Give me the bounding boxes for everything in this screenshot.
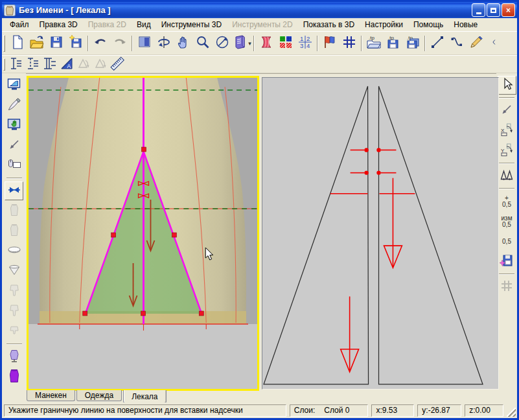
notch-bowtie-icon [6,182,22,200]
separator [361,36,362,51]
flatten-view-button[interactable] [5,76,23,95]
tab-mannequin[interactable]: Манекен [27,390,75,401]
shorts-button [5,322,23,341]
dart-rotate-icon [93,56,108,74]
maximize-button[interactable] [487,3,500,17]
view-3d-panel[interactable] [27,76,259,391]
status-bar: Укажите граничную линию на поверхности д… [2,402,517,418]
line-tool-button[interactable] [428,34,447,53]
pan-button[interactable] [174,34,193,53]
dart-rotate-cw-button [75,57,92,73]
curve-tool-button[interactable] [447,34,467,53]
mirror-y-button[interactable]: Y [498,141,516,160]
menu-file[interactable]: Файл [5,19,34,30]
svg-text:1: 1 [300,35,303,42]
collar-button[interactable] [5,262,23,281]
close-button[interactable]: × [502,3,515,17]
orbit-icon [156,34,172,52]
izm-half-button[interactable]: изм 0,5 [498,212,516,231]
mannequin-gray-icon [6,222,22,240]
grab-surface-button[interactable] [5,116,23,135]
menu-view[interactable]: Вид [132,19,156,30]
seam-marks-c-button[interactable] [41,57,58,73]
close-icon: × [506,6,511,15]
tp-open-button[interactable]: .tp [364,34,384,53]
seam-marks-b-button[interactable] [25,57,41,73]
zoom-button[interactable] [193,34,213,53]
grid-gray-icon [499,278,514,296]
separator [499,188,514,189]
dressform-button[interactable] [5,347,23,366]
waistband-icon [6,242,22,261]
tp-save-as-button[interactable]: .tp [403,34,422,53]
torso-button[interactable] [5,368,23,386]
mannequin-gray-icon [6,202,22,220]
dropdown-caret-icon[interactable]: ▾ [248,40,251,47]
notch-button[interactable] [5,181,23,200]
seam-marks-a-button[interactable] [8,57,25,73]
new-document-button[interactable] [8,34,27,53]
fabric-direction-button[interactable]: A [58,57,75,73]
layers-book-button[interactable]: ▾ [232,34,251,53]
strike-half-button[interactable]: 0,5 [498,232,516,251]
import-project-icon [68,34,84,52]
tp-save-button[interactable]: .tp [384,34,403,53]
texture-grid-button[interactable] [276,34,295,53]
menu-help[interactable]: Помощь [408,19,448,30]
save-button[interactable] [47,34,66,53]
plus-half-button[interactable]: + 0,5 [498,192,516,211]
resize-grip[interactable] [507,408,516,417]
ruler-button[interactable] [109,57,126,73]
tab-patterns[interactable]: Лекала [123,390,166,403]
pencil-tool-button[interactable] [467,34,486,53]
minimize-button[interactable] [472,3,485,17]
mirror-x-icon: X [499,122,514,140]
waistband-button[interactable] [5,242,23,261]
separator [6,344,22,345]
layer-book-icon [232,34,248,52]
seam-marks-a-icon [8,56,24,74]
svg-text:2: 2 [306,35,310,42]
quarters-button[interactable]: 1234 [295,34,315,53]
mirror-x-button[interactable]: X [498,121,516,140]
dart-rotate-icon [76,56,91,74]
pick-arrow-button[interactable] [5,136,23,155]
mannequin-bottom-button [5,222,23,240]
flatten-screen-icon [6,76,22,95]
curve-tool-icon [449,34,465,52]
menu-edit-3d[interactable]: Правка 3D [34,19,83,30]
save-fragment-button[interactable] [498,252,516,271]
split-view-button[interactable] [135,34,154,53]
cursor-button[interactable] [498,76,516,95]
knife-button[interactable] [5,96,23,115]
open-button[interactable] [27,34,47,53]
toolbar-grip[interactable] [3,35,5,51]
import-project-button[interactable] [66,34,86,53]
overflow-button[interactable] [486,34,505,53]
menu-tools-3d[interactable]: Инструменты 3D [156,19,227,30]
flag-button[interactable] [320,34,340,53]
menu-new[interactable]: Новые [448,19,483,30]
title-bar[interactable]: Без Имени - [ Лекала ] × [2,2,517,18]
pick-line-button[interactable] [498,101,516,120]
collar-icon [6,262,22,281]
app-window: Без Имени - [ Лекала ] × ФайлПравка 3DПр… [0,0,519,420]
rotate-3d-button[interactable] [213,34,232,53]
flag-icon [322,34,338,52]
surface-3d-button[interactable] [257,34,276,53]
mouse-select-button[interactable] [5,156,23,175]
dart-transfer-button[interactable] [498,167,516,185]
status-layers[interactable]: Слои: Слой 0 [290,404,369,417]
left-tool-sidebar [2,73,26,400]
tab-clothes[interactable]: Одежда [76,390,122,401]
menu-settings[interactable]: Настройки [360,19,408,30]
tp-save-as-icon: .tp [405,34,421,52]
pants-long-button [5,282,23,301]
pattern-2d-panel[interactable] [262,77,499,390]
toolbar-grip[interactable] [3,58,5,71]
undo-button[interactable] [91,34,110,53]
menu-show-in-3d[interactable]: Показать в 3D [298,19,360,30]
snap-grid-button[interactable] [340,34,359,53]
tp-save-icon: .tp [386,34,401,52]
orbit-view-button[interactable] [154,34,174,53]
